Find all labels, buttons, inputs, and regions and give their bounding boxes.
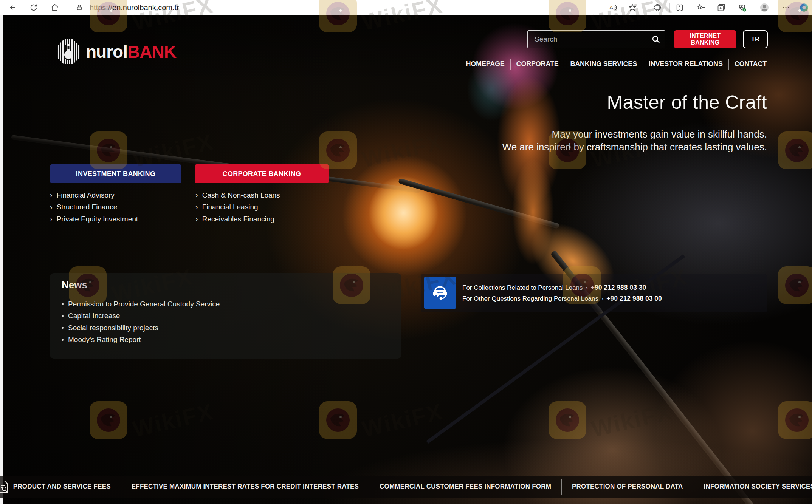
bullet-icon (62, 303, 64, 305)
link-label: Financial Leasing (202, 203, 258, 211)
read-aloud-icon[interactable]: A (608, 3, 618, 12)
nurolbank-logo-icon (56, 39, 81, 65)
photo-left-shadow (0, 15, 359, 504)
chevron-right-icon: › (195, 215, 198, 223)
footer-bar: PRODUCT AND SERVICE FEES EFFECTIVE MAXIM… (0, 476, 812, 498)
hero-subtitle: May your investments gain value in skill… (502, 128, 767, 153)
footer-label: PRODUCT AND SERVICE FEES (13, 483, 111, 490)
footer-label: COMMERCIAL CUSTOMER FEES INFORMATION FOR… (380, 483, 551, 490)
toolbar-divider (669, 3, 670, 12)
news-list: Permission to Provide General Custody Se… (62, 298, 220, 346)
chevron-right-icon: › (50, 191, 53, 199)
language-toggle-button[interactable]: TR (743, 30, 768, 48)
chevron-right-icon: › (195, 191, 198, 199)
url-host: en.nurolbank.com.tr (112, 3, 179, 12)
profile-avatar-icon[interactable] (759, 3, 769, 12)
webpage-background-photo (0, 15, 812, 504)
footer-information-society-services[interactable]: INFORMATION SOCIETY SERVICES (693, 479, 812, 495)
svg-text:A: A (609, 4, 613, 11)
corporate-banking-button[interactable]: CORPORATE BANKING (195, 164, 329, 183)
favorite-star-icon[interactable] (628, 3, 637, 12)
link-label: Structured Finance (57, 203, 118, 211)
footer-label: PROTECTION OF PERSONAL DATA (572, 483, 683, 490)
contact-lines: For Collections Related to Personal Loan… (462, 282, 634, 304)
contact-label: For Other Questions Regarding Personal L… (462, 295, 598, 302)
footer-effective-max-interest-rates[interactable]: EFFECTIVE MAXIMUM INTEREST RATES FOR CRE… (121, 479, 369, 495)
investment-banking-button[interactable]: INVESTMENT BANKING (50, 164, 181, 183)
address-bar[interactable]: https://en.nurolbank.com.tr (90, 0, 179, 15)
news-item-custody-service[interactable]: Permission to Provide General Custody Se… (62, 298, 220, 310)
news-item-capital-increase[interactable]: Capital Increase (62, 310, 220, 322)
nav-item-corporate[interactable]: CORPORATE (510, 59, 564, 70)
copilot-icon[interactable] (799, 3, 809, 12)
link-financial-advisory[interactable]: ›Financial Advisory (50, 189, 138, 201)
nav-item-homepage[interactable]: HOMEPAGE (460, 59, 510, 70)
site-security-lock-icon[interactable] (74, 3, 84, 12)
refresh-icon[interactable] (29, 3, 39, 12)
hero-title: Master of the Craft (607, 91, 767, 113)
nav-item-investor-relations[interactable]: INVESTOR RELATIONS (643, 59, 728, 70)
favorites-bar-icon[interactable] (696, 3, 706, 12)
phone-number[interactable]: +90 212 988 03 00 (606, 295, 662, 302)
phone-number[interactable]: +90 212 988 03 30 (591, 284, 646, 291)
news-item-label: Social responsibility projects (68, 324, 158, 332)
news-item-social-responsibility[interactable]: Social responsibility projects (62, 322, 220, 334)
logo-wordmark: nurolBANK (86, 39, 176, 64)
link-private-equity-investment[interactable]: ›Private Equity Investment (50, 213, 138, 225)
settings-more-icon[interactable] (781, 3, 791, 12)
link-label: Receivables Financing (202, 215, 274, 223)
support-headset-icon (424, 277, 456, 309)
link-financial-leasing[interactable]: ›Financial Leasing (195, 201, 280, 213)
main-navigation: HOMEPAGE CORPORATE BANKING SERVICES INVE… (460, 56, 767, 72)
split-screen-icon[interactable] (675, 3, 685, 12)
photo-rod-segment (398, 178, 559, 229)
footer-label: INFORMATION SOCIETY SERVICES (704, 483, 812, 490)
window-left-edge (0, 15, 3, 504)
link-label: Financial Advisory (57, 191, 115, 199)
nav-item-banking-services[interactable]: BANKING SERVICES (564, 59, 643, 70)
logo-text-nurol: nurol (86, 42, 127, 62)
news-item-moodys-rating[interactable]: Moody's Rating Report (62, 334, 220, 346)
hero-subtitle-line2: We are inspired by craftsmanship that cr… (502, 141, 767, 153)
investment-links: ›Financial Advisory ›Structured Finance … (50, 189, 138, 225)
contact-line-other-questions: For Other Questions Regarding Personal L… (462, 293, 634, 304)
url-scheme: https:// (90, 3, 112, 12)
photo-glass-bird-tail (512, 159, 554, 265)
home-icon[interactable] (50, 3, 60, 12)
extensions-icon[interactable] (652, 3, 662, 12)
chevron-right-icon: › (601, 295, 603, 302)
news-item-label: Capital Increase (68, 312, 120, 320)
nav-item-contact[interactable]: CONTACT (728, 59, 767, 70)
browser-essentials-icon[interactable] (737, 3, 747, 12)
chevron-right-icon: › (50, 203, 53, 212)
photo-molten-glass-glow (342, 155, 467, 276)
chevron-right-icon: › (586, 284, 587, 291)
personal-loans-contact-panel: For Collections Related to Personal Loan… (421, 274, 767, 312)
internet-banking-button[interactable]: INTERNET BANKING (674, 30, 736, 48)
footer-label: EFFECTIVE MAXIMUM INTEREST RATES FOR CRE… (132, 483, 359, 490)
search-icon[interactable] (651, 35, 660, 45)
screenshot-root: https://en.nurolbank.com.tr A (0, 0, 812, 504)
search-box[interactable] (527, 30, 665, 48)
link-structured-finance[interactable]: ›Structured Finance (50, 201, 138, 213)
footer-protection-personal-data[interactable]: PROTECTION OF PERSONAL DATA (561, 479, 693, 495)
link-cash-noncash-loans[interactable]: ›Cash & Non-cash Loans (195, 189, 280, 201)
footer-product-service-fees[interactable]: PRODUCT AND SERVICE FEES (0, 479, 121, 495)
nurolbank-logo[interactable]: nurolBANK (56, 39, 176, 65)
header-controls: INTERNET BANKING TR (527, 30, 768, 48)
contact-label: For Collections Related to Personal Loan… (462, 284, 583, 291)
chevron-right-icon: › (50, 215, 53, 223)
news-item-label: Permission to Provide General Custody Se… (68, 300, 220, 308)
link-receivables-financing[interactable]: ›Receivables Financing (195, 213, 280, 225)
collections-icon[interactable] (716, 3, 726, 12)
footer-commercial-customer-fees-form[interactable]: COMMERCIAL CUSTOMER FEES INFORMATION FOR… (369, 479, 561, 495)
link-label: Private Equity Investment (57, 215, 138, 223)
bullet-icon (62, 315, 64, 317)
fees-document-icon (0, 480, 9, 493)
bullet-icon (62, 327, 64, 329)
back-icon[interactable] (8, 3, 18, 12)
hero-subtitle-line1: May your investments gain value in skill… (502, 128, 767, 141)
search-input[interactable] (534, 31, 649, 48)
link-label: Cash & Non-cash Loans (202, 191, 280, 199)
browser-toolbar: https://en.nurolbank.com.tr A (0, 0, 812, 15)
